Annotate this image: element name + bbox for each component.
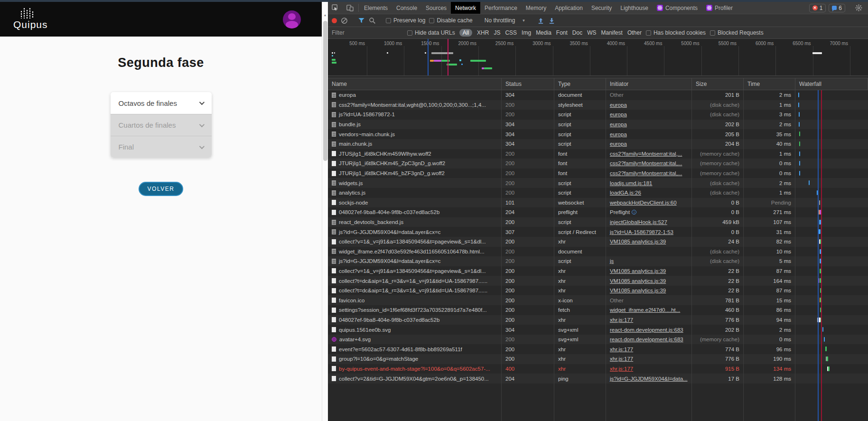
initiator-link[interactable]: VM1085 analytics.js:39 [610,239,666,244]
scrollbar-up-arrow-icon[interactable]: ▲ [322,13,328,17]
tab-memory[interactable]: Memory [522,2,551,14]
type-filter-ws[interactable]: WS [587,29,596,36]
clear-icon[interactable] [341,17,348,24]
column-header-time[interactable]: Time [744,78,795,90]
tab-elements[interactable]: Elements [360,2,392,14]
initiator-link[interactable]: css2?family=Montserrat:ital,... [610,170,682,176]
type-filter-media[interactable]: Media [536,29,551,36]
initiator-link[interactable]: VM1085 analytics.js:39 [610,268,666,274]
type-filter-manifest[interactable]: Manifest [601,29,623,36]
initiator-link[interactable]: loadjs.umd.js:181 [610,180,653,186]
column-header-name[interactable]: Name [328,78,502,90]
initiator-link[interactable]: react-dom.development.js:683 [610,337,683,342]
request-row[interactable]: 048027ef-9ba8-404e-9f8b-c037ed8ac52b200x… [328,315,868,325]
inspect-element-icon[interactable] [328,2,343,14]
request-row[interactable]: JTUSjIg1_i6t8kCHKm459Wlhyw.woff2200fontc… [328,149,868,159]
error-badge[interactable]: ✕ 1 [809,4,826,12]
request-row[interactable]: JTURjIg1_i6t8kCHKm45_bZF3gnD_g.woff2200f… [328,168,868,178]
request-row[interactable]: quipus.1561ee0b.svg304svg+xmlreact-dom.d… [328,325,868,335]
hide-data-urls-checkbox[interactable]: Hide data URLs [407,29,455,36]
type-filter-css[interactable]: CSS [505,29,517,36]
request-row[interactable]: europa304documentOther201 B2 ms [328,90,868,100]
request-row[interactable]: bundle.js304scripteuropa202 B2 ms [328,120,868,130]
request-row[interactable]: widgets.js200scriptloadjs.umd.js:181(dis… [328,178,868,188]
avatar[interactable] [283,10,301,28]
initiator-link[interactable]: js?id=G-JGJDM59X04&l=data... [610,376,688,382]
type-filter-other[interactable]: Other [627,29,642,36]
tab-network[interactable]: Network [451,2,480,14]
request-row[interactable]: event?e=5602ac57-6307-4d61-8f8b-bb89269a… [328,344,868,354]
initiator-link[interactable]: xhr.js:177 [610,317,633,323]
initiator-link[interactable]: europa [610,112,627,117]
page-scrollbar[interactable]: ▲ [322,2,328,421]
initiator-link[interactable]: injectGlobalHook.js:527 [610,219,667,225]
type-filter-doc[interactable]: Doc [572,29,582,36]
network-overview-timeline[interactable]: 500 ms1000 ms1500 ms2000 ms2500 ms3000 m… [328,39,868,76]
tab-components[interactable]: Components [653,2,702,14]
blocked-requests-checkbox[interactable]: Blocked Requests [710,29,764,36]
issues-badge[interactable]: 6 [829,4,845,12]
request-row[interactable]: main.chunk.js304scripteuropa204 B40 ms [328,139,868,149]
preflight-info-icon[interactable]: i [632,210,636,215]
type-filter-xhr[interactable]: XHR [477,29,489,36]
request-row[interactable]: js?id=G-JGJDM59X04&l=dataLayer&cx=c200sc… [328,256,868,266]
column-header-initiator[interactable]: Initiator [606,78,692,90]
initiator-link[interactable]: europa [610,122,627,127]
initiator-link[interactable]: css2?family=Montserrat:ital,... [610,160,682,166]
initiator-link[interactable]: widget_iframe.e2f47d0....ht... [610,307,680,313]
request-row[interactable]: by-quipus-event-and-match-stage?l=100&o=… [328,364,868,374]
export-har-icon[interactable] [548,17,555,24]
initiator-link[interactable]: europa [610,141,627,147]
initiator-link[interactable]: css2?family=Montserrat:ital,... [610,151,682,157]
tab-security[interactable]: Security [587,2,616,14]
filter-input[interactable] [332,29,403,36]
request-row[interactable]: favicon.ico200x-iconOther781 B15 ms [328,295,868,305]
tab-application[interactable]: Application [551,2,587,14]
request-row[interactable]: collect?v=1&_v=j91&a=1384509456&t=pagevi… [328,237,868,247]
initiator-link[interactable]: xhr.js:177 [610,356,633,362]
request-row[interactable]: JTURjIg1_i6t8kCHKm45_ZpC3gnD_g.woff2200f… [328,159,868,168]
tab-performance[interactable]: Performance [480,2,522,14]
type-filter-js[interactable]: JS [494,29,500,36]
request-row[interactable]: sockjs-node101websocketwebpackHotDevClie… [328,198,868,208]
settings-gear-icon[interactable] [853,4,864,11]
type-filter-all[interactable]: All [459,29,472,37]
search-icon[interactable] [369,17,376,24]
initiator-link[interactable]: js?id=UA-158679872-1:53 [610,229,673,235]
initiator-link[interactable]: react-dom.development.js:683 [610,327,683,333]
initiator-link[interactable]: loadGA.js:26 [610,190,641,196]
accordion-item-0[interactable]: Octavos de finales [111,92,212,114]
type-filter-img[interactable]: Img [522,29,531,36]
filter-funnel-icon[interactable] [358,17,365,24]
initiator-link[interactable]: js [610,258,614,264]
has-blocked-cookies-checkbox[interactable]: Has blocked cookies [646,29,706,36]
tab-sources[interactable]: Sources [421,2,451,14]
device-toolbar-icon[interactable] [343,2,357,14]
initiator-link[interactable]: xhr.js:177 [610,346,633,352]
column-header-status[interactable]: Status [502,78,554,90]
request-row[interactable]: settings?session_id=1f6ef68fd3f723a70352… [328,305,868,315]
request-row[interactable]: widget_iframe.e2f47d03e592fe463d11656051… [328,247,868,257]
type-filter-font[interactable]: Font [556,29,568,36]
initiator-link[interactable]: VM1085 analytics.js:39 [610,288,666,293]
column-header-waterfall[interactable]: Waterfall [795,78,868,90]
request-row[interactable]: collect?v=1&_v=j91&a=1384509456&t=pagevi… [328,266,868,276]
scrollbar-thumb[interactable] [323,21,327,161]
preserve-log-checkbox[interactable]: Preserve log [386,17,425,24]
disable-cache-checkbox[interactable]: Disable cache [429,17,472,24]
request-row[interactable]: css2?family=Montserrat:ital,wght@0,100;0… [328,100,868,110]
initiator-link[interactable]: webpackHotDevClient.js:60 [610,200,677,206]
request-row[interactable]: analytics.js200scriptloadGA.js:26(disk c… [328,188,868,198]
request-row[interactable]: collect?v=2&tid=G-JGJDM59X04&gtm=2oe6n0&… [328,374,868,384]
tab-console[interactable]: Console [392,2,421,14]
tab-profiler[interactable]: Profiler [702,2,737,14]
request-row[interactable]: js?id=G-JGJDM59X04&l=dataLayer&cx=c307sc… [328,227,868,237]
request-row[interactable]: js?id=UA-158679872-1200scripteuropa(disk… [328,110,868,120]
column-header-type[interactable]: Type [554,78,606,90]
request-row[interactable]: react_devtools_backend.js200scriptinject… [328,217,868,227]
back-button[interactable]: VOLVER [139,182,184,196]
request-row[interactable]: collect?t=dc&aip=1&_r=3&v=1&_v=j91&tid=U… [328,286,868,296]
initiator-link[interactable]: xhr.js:177 [610,366,633,372]
record-button[interactable] [332,18,337,23]
throttling-select[interactable]: No throttling ▼ [483,17,528,24]
